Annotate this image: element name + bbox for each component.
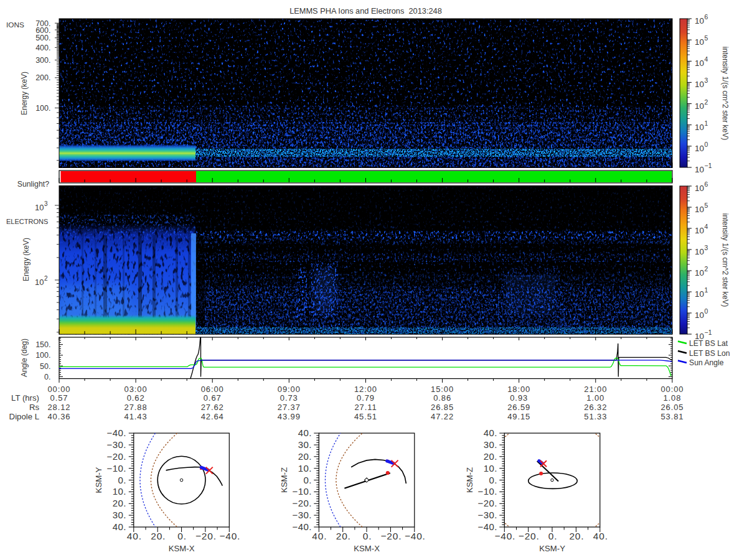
svg-text:0.: 0. <box>118 475 126 485</box>
svg-text:300.: 300. <box>35 56 50 65</box>
svg-text:−30.: −30. <box>106 439 126 450</box>
svg-text:0.79: 0.79 <box>357 393 375 403</box>
svg-text:−1: −1 <box>705 162 712 169</box>
svg-text:40.: 40. <box>127 531 142 541</box>
svg-text:06:00: 06:00 <box>201 385 224 394</box>
svg-text:10: 10 <box>695 101 704 111</box>
svg-text:−40.: −40. <box>494 531 515 541</box>
svg-text:intensity 1/(s cm^2 ster keV): intensity 1/(s cm^2 ster keV) <box>721 213 730 307</box>
svg-text:20.: 20. <box>336 531 351 541</box>
svg-text:30.: 30. <box>298 439 312 450</box>
svg-text:3: 3 <box>705 77 708 84</box>
svg-text:20.: 20. <box>298 451 312 462</box>
svg-text:51.33: 51.33 <box>584 412 607 421</box>
svg-text:1.00: 1.00 <box>586 393 604 403</box>
svg-text:3: 3 <box>705 244 708 251</box>
svg-text:40.: 40. <box>593 531 608 541</box>
svg-text:150.: 150. <box>35 340 50 349</box>
svg-text:−10.: −10. <box>477 486 497 497</box>
svg-text:09:00: 09:00 <box>278 385 301 394</box>
svg-text:0.86: 0.86 <box>433 393 451 403</box>
svg-text:−40.: −40. <box>405 531 426 541</box>
svg-text:−20.: −20. <box>106 451 126 462</box>
svg-text:30.: 30. <box>113 510 126 520</box>
svg-text:26.59: 26.59 <box>507 403 530 412</box>
svg-text:40.36: 40.36 <box>47 412 70 421</box>
svg-text:KSM-X: KSM-X <box>354 544 380 553</box>
svg-text:27.11: 27.11 <box>354 403 377 412</box>
svg-text:LET BS Lon: LET BS Lon <box>689 349 730 358</box>
svg-text:0.: 0. <box>489 475 497 485</box>
svg-text:10: 10 <box>695 205 704 214</box>
svg-text:03:00: 03:00 <box>125 385 148 394</box>
svg-text:49.15: 49.15 <box>507 412 530 421</box>
svg-text:10: 10 <box>695 310 704 320</box>
svg-text:5: 5 <box>705 202 708 209</box>
svg-text:26.85: 26.85 <box>431 403 454 412</box>
svg-text:0: 0 <box>705 141 708 148</box>
svg-text:2: 2 <box>705 265 708 273</box>
svg-text:KSM-Y: KSM-Y <box>94 467 103 493</box>
svg-text:00:00: 00:00 <box>660 385 684 394</box>
svg-text:−40.: −40. <box>292 521 312 532</box>
svg-text:20.: 20. <box>151 531 166 541</box>
svg-text:10: 10 <box>695 268 704 278</box>
svg-text:0.: 0. <box>44 373 50 381</box>
svg-text:50.: 50. <box>40 362 50 371</box>
svg-text:00:00: 00:00 <box>47 385 70 394</box>
svg-text:0.62: 0.62 <box>127 393 145 403</box>
svg-text:700.: 700. <box>35 19 50 28</box>
svg-text:0.73: 0.73 <box>280 393 298 403</box>
svg-text:0.: 0. <box>303 475 312 485</box>
svg-text:−20.: −20. <box>477 498 497 508</box>
svg-text:KSM-X: KSM-X <box>169 544 195 553</box>
svg-text:10: 10 <box>35 203 44 212</box>
svg-text:10.: 10. <box>113 486 126 497</box>
svg-text:−20.: −20. <box>380 531 402 541</box>
svg-text:10: 10 <box>695 184 704 193</box>
svg-text:KSM-Z: KSM-Z <box>465 467 474 493</box>
svg-text:10: 10 <box>695 16 704 26</box>
svg-text:0.57: 0.57 <box>50 393 68 403</box>
svg-text:200.: 200. <box>35 73 50 82</box>
svg-text:4: 4 <box>705 55 708 63</box>
svg-text:21:00: 21:00 <box>584 385 607 394</box>
svg-text:28.12: 28.12 <box>47 403 70 412</box>
svg-text:10: 10 <box>695 144 704 153</box>
svg-text:15:00: 15:00 <box>431 385 454 394</box>
svg-text:53.81: 53.81 <box>660 412 684 421</box>
svg-text:10: 10 <box>695 58 704 68</box>
svg-text:30.: 30. <box>484 439 497 450</box>
svg-text:−10.: −10. <box>106 463 126 474</box>
svg-text:LT (hrs): LT (hrs) <box>11 393 39 403</box>
svg-text:10: 10 <box>695 37 704 47</box>
svg-text:−20.: −20. <box>195 531 217 541</box>
svg-text:10.: 10. <box>298 463 312 474</box>
svg-text:Energy (keV): Energy (keV) <box>22 238 31 281</box>
svg-text:10: 10 <box>695 289 704 299</box>
svg-text:20.: 20. <box>484 451 497 462</box>
svg-text:10: 10 <box>695 226 704 235</box>
svg-text:ELECTRONS: ELECTRONS <box>6 218 48 225</box>
svg-text:41.43: 41.43 <box>125 412 148 421</box>
svg-text:43.99: 43.99 <box>278 412 301 421</box>
svg-text:Sun Angle: Sun Angle <box>689 358 724 367</box>
svg-text:6: 6 <box>705 13 708 21</box>
svg-text:Angle (deg): Angle (deg) <box>20 338 29 377</box>
svg-text:10.: 10. <box>484 463 497 474</box>
svg-text:0.: 0. <box>363 531 372 541</box>
svg-text:27.62: 27.62 <box>201 403 224 412</box>
svg-text:12:00: 12:00 <box>354 385 377 394</box>
svg-text:100.: 100. <box>35 104 50 113</box>
svg-text:10: 10 <box>695 165 704 174</box>
svg-text:10: 10 <box>695 80 704 89</box>
svg-text:2: 2 <box>44 275 48 282</box>
svg-text:1: 1 <box>705 119 708 127</box>
svg-text:20.: 20. <box>569 531 584 541</box>
svg-text:−10.: −10. <box>292 486 312 497</box>
svg-text:−30.: −30. <box>292 510 312 520</box>
svg-text:2: 2 <box>705 98 708 106</box>
svg-text:−40.: −40. <box>106 427 126 438</box>
svg-text:10: 10 <box>695 123 704 132</box>
svg-text:3: 3 <box>44 200 48 207</box>
